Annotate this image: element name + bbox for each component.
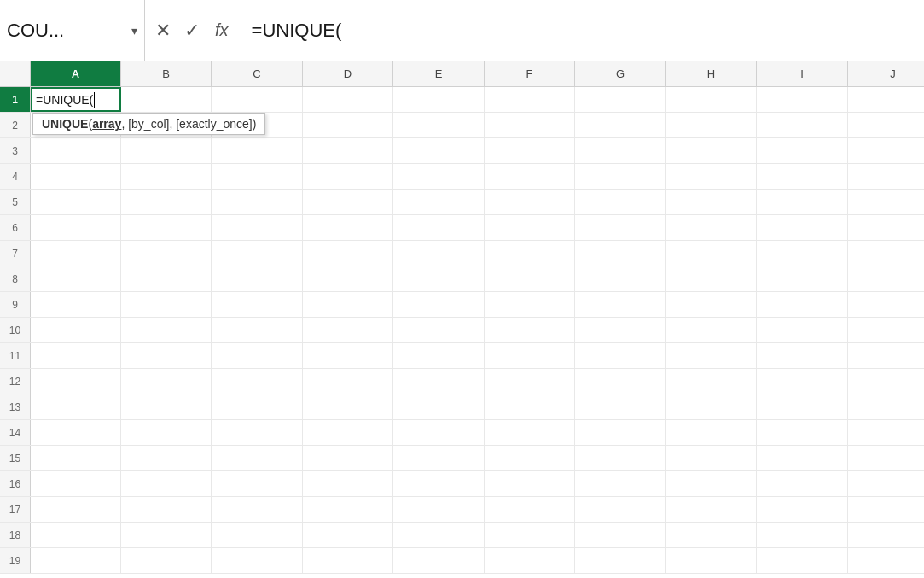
- cell-i10[interactable]: [757, 318, 848, 342]
- cell-f12[interactable]: [485, 369, 575, 394]
- cell-j19[interactable]: [848, 548, 924, 573]
- cell-d17[interactable]: [303, 497, 393, 522]
- cell-f15[interactable]: [485, 446, 575, 470]
- cell-i2[interactable]: [757, 113, 848, 137]
- cell-e12[interactable]: [393, 369, 485, 394]
- cell-e18[interactable]: [393, 523, 485, 547]
- cell-j12[interactable]: [848, 369, 924, 394]
- cell-g3[interactable]: [575, 138, 666, 163]
- cell-f9[interactable]: [485, 292, 575, 317]
- cell-h4[interactable]: [666, 164, 757, 189]
- cell-i9[interactable]: [757, 292, 848, 317]
- cell-e15[interactable]: [393, 446, 485, 470]
- cell-j14[interactable]: [848, 420, 924, 445]
- cell-h15[interactable]: [666, 446, 757, 470]
- cell-f8[interactable]: [485, 266, 575, 291]
- col-header-j[interactable]: J: [848, 61, 924, 86]
- cell-h14[interactable]: [666, 420, 757, 445]
- cell-e10[interactable]: [393, 318, 485, 342]
- row-num-4[interactable]: 4: [0, 164, 31, 189]
- cell-b18[interactable]: [121, 523, 212, 547]
- row-num-7[interactable]: 7: [0, 241, 31, 266]
- cell-i13[interactable]: [757, 394, 848, 419]
- cell-a14[interactable]: [31, 420, 121, 445]
- cell-f5[interactable]: [485, 190, 575, 214]
- cell-g8[interactable]: [575, 266, 666, 291]
- cell-g7[interactable]: [575, 241, 666, 266]
- cell-i11[interactable]: [757, 343, 848, 368]
- cell-d3[interactable]: [303, 138, 393, 163]
- col-header-b[interactable]: B: [121, 61, 212, 86]
- cell-i12[interactable]: [757, 369, 848, 394]
- cell-b14[interactable]: [121, 420, 212, 445]
- row-num-6[interactable]: 6: [0, 215, 31, 240]
- name-box-dropdown-icon[interactable]: ▾: [131, 24, 137, 38]
- row-num-13[interactable]: 13: [0, 394, 31, 419]
- cell-i14[interactable]: [757, 420, 848, 445]
- cell-e11[interactable]: [393, 343, 485, 368]
- cell-d1[interactable]: [303, 87, 393, 112]
- cell-g18[interactable]: [575, 523, 666, 547]
- cell-b10[interactable]: [121, 318, 212, 342]
- cell-i5[interactable]: [757, 190, 848, 214]
- cell-a5[interactable]: [31, 190, 121, 214]
- cell-h7[interactable]: [666, 241, 757, 266]
- cell-j15[interactable]: [848, 446, 924, 470]
- cell-j2[interactable]: [848, 113, 924, 137]
- cell-j7[interactable]: [848, 241, 924, 266]
- cell-i4[interactable]: [757, 164, 848, 189]
- cell-a7[interactable]: [31, 241, 121, 266]
- cell-b8[interactable]: [121, 266, 212, 291]
- cell-j4[interactable]: [848, 164, 924, 189]
- cell-f18[interactable]: [485, 523, 575, 547]
- cell-j13[interactable]: [848, 394, 924, 419]
- cell-h2[interactable]: [666, 113, 757, 137]
- row-num-19[interactable]: 19: [0, 548, 31, 573]
- cell-b17[interactable]: [121, 497, 212, 522]
- cell-h13[interactable]: [666, 394, 757, 419]
- cell-h6[interactable]: [666, 215, 757, 240]
- cell-i7[interactable]: [757, 241, 848, 266]
- cell-j16[interactable]: [848, 471, 924, 496]
- cancel-button[interactable]: ✕: [150, 16, 176, 45]
- cell-b6[interactable]: [121, 215, 212, 240]
- cell-f13[interactable]: [485, 394, 575, 419]
- name-box-container[interactable]: COU... ▾: [0, 0, 145, 61]
- cell-d10[interactable]: [303, 318, 393, 342]
- cell-j10[interactable]: [848, 318, 924, 342]
- cell-j6[interactable]: [848, 215, 924, 240]
- cell-h16[interactable]: [666, 471, 757, 496]
- cell-b7[interactable]: [121, 241, 212, 266]
- cell-j9[interactable]: [848, 292, 924, 317]
- col-header-d[interactable]: D: [303, 61, 393, 86]
- col-header-h[interactable]: H: [666, 61, 757, 86]
- cell-g9[interactable]: [575, 292, 666, 317]
- cell-g19[interactable]: [575, 548, 666, 573]
- cell-a17[interactable]: [31, 497, 121, 522]
- cell-f4[interactable]: [485, 164, 575, 189]
- cell-a19[interactable]: [31, 548, 121, 573]
- cell-e4[interactable]: [393, 164, 485, 189]
- cell-g11[interactable]: [575, 343, 666, 368]
- row-num-12[interactable]: 12: [0, 369, 31, 394]
- cell-c16[interactable]: [212, 471, 303, 496]
- cell-g12[interactable]: [575, 369, 666, 394]
- cell-b3[interactable]: [121, 138, 212, 163]
- cell-a9[interactable]: [31, 292, 121, 317]
- cell-h1[interactable]: [666, 87, 757, 112]
- cell-b1[interactable]: [121, 87, 212, 112]
- cell-e2[interactable]: [393, 113, 485, 137]
- cell-a11[interactable]: [31, 343, 121, 368]
- cell-i19[interactable]: [757, 548, 848, 573]
- cell-b13[interactable]: [121, 394, 212, 419]
- cell-f10[interactable]: [485, 318, 575, 342]
- cell-f1[interactable]: [485, 87, 575, 112]
- name-box[interactable]: COU...: [7, 20, 128, 42]
- cell-b4[interactable]: [121, 164, 212, 189]
- cell-b11[interactable]: [121, 343, 212, 368]
- row-num-18[interactable]: 18: [0, 523, 31, 547]
- cell-a16[interactable]: [31, 471, 121, 496]
- fx-button[interactable]: fx: [208, 17, 235, 44]
- cell-c6[interactable]: [212, 215, 303, 240]
- cell-f16[interactable]: [485, 471, 575, 496]
